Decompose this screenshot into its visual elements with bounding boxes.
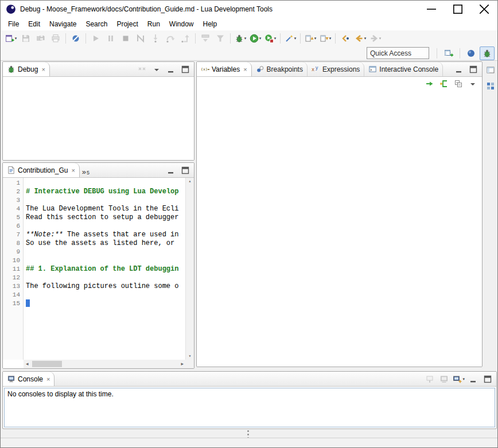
skip-all-breakpoints-button[interactable] xyxy=(68,32,83,45)
debug-perspective-button[interactable] xyxy=(480,46,495,60)
open-console-button[interactable]: ▾ xyxy=(452,373,466,385)
code-line[interactable]: **Note:** The assets that are used in xyxy=(26,231,185,239)
disconnect-button[interactable] xyxy=(133,32,148,45)
view-menu-button[interactable] xyxy=(150,63,164,76)
close-icon[interactable]: × xyxy=(243,66,247,73)
menu-project[interactable]: Project xyxy=(112,18,142,30)
show-logical-structure-button[interactable] xyxy=(437,77,451,90)
minimize-button[interactable] xyxy=(164,164,178,177)
use-step-filters-button[interactable] xyxy=(213,32,228,45)
code-line[interactable] xyxy=(26,299,185,308)
scroll-left-icon[interactable]: ◂ xyxy=(24,361,31,367)
suspend-button[interactable] xyxy=(103,32,118,45)
menu-navigate[interactable]: Navigate xyxy=(45,18,81,30)
minimize-button[interactable] xyxy=(466,373,480,385)
scrollbar-thumb[interactable] xyxy=(32,361,62,367)
resume-button[interactable] xyxy=(88,32,103,45)
tab-console[interactable]: Console× xyxy=(3,372,55,386)
code-line[interactable]: The Lua Development Tools in the Ecli xyxy=(26,205,185,213)
code-line[interactable]: The following pictures outline some o xyxy=(26,282,185,291)
minimized-view-restore-button[interactable] xyxy=(484,64,497,76)
minimized-view-grid-button[interactable] xyxy=(484,80,497,92)
code-line[interactable] xyxy=(26,256,185,265)
script-perspective-button[interactable] xyxy=(464,46,478,60)
dropdown-arrow-icon[interactable]: ▾ xyxy=(462,377,465,381)
dropdown-arrow-icon[interactable]: ▾ xyxy=(244,36,247,41)
menu-run[interactable]: Run xyxy=(143,18,165,30)
remove-all-terminated-button[interactable] xyxy=(135,63,149,76)
save-button[interactable] xyxy=(18,32,33,45)
tab-variables[interactable]: (x)=Variables× xyxy=(197,62,252,76)
code-line[interactable]: Read this section to setup a debugger xyxy=(26,213,185,222)
open-element-button[interactable]: ▾ xyxy=(283,32,298,45)
debug-button[interactable]: ▾ xyxy=(233,32,248,45)
code-line[interactable] xyxy=(26,196,185,205)
scroll-down-icon[interactable]: ▾ xyxy=(189,353,192,360)
scroll-up-icon[interactable]: ▴ xyxy=(189,178,192,185)
step-over-button[interactable] xyxy=(163,32,178,45)
terminate-button[interactable] xyxy=(118,32,133,45)
code-line[interactable] xyxy=(26,291,185,299)
tab-contribution-gu[interactable]: Contribution_Gu× xyxy=(3,163,80,177)
back-button[interactable]: ▾ xyxy=(353,32,368,45)
code-line[interactable] xyxy=(26,248,185,256)
collapse-all-button[interactable] xyxy=(452,77,465,90)
close-icon[interactable]: × xyxy=(71,167,75,174)
run-button[interactable]: ▾ xyxy=(248,32,263,45)
dropdown-arrow-icon[interactable]: ▾ xyxy=(364,36,367,41)
minimize-button[interactable] xyxy=(164,63,178,76)
code-line[interactable]: # Interactive DEBUG using Lua Develop xyxy=(26,188,185,196)
menu-help[interactable]: Help xyxy=(199,18,222,30)
minimize-window-button[interactable] xyxy=(418,1,445,18)
code-line[interactable]: ## 1. Explanation of the LDT debuggin xyxy=(26,265,185,274)
last-edit-location-button[interactable] xyxy=(338,32,353,45)
dropdown-arrow-icon[interactable]: ▾ xyxy=(274,36,277,41)
maximize-button[interactable] xyxy=(178,164,192,177)
run-coverage-button[interactable]: ▾ xyxy=(263,32,278,45)
maximize-button[interactable] xyxy=(178,63,192,76)
previous-annotation-button[interactable]: ▾ xyxy=(303,32,318,45)
dropdown-arrow-icon[interactable]: ▾ xyxy=(329,36,332,41)
drop-to-frame-button[interactable] xyxy=(198,32,213,45)
dropdown-arrow-icon[interactable]: ▾ xyxy=(294,36,297,41)
pin-console-button[interactable] xyxy=(423,373,437,385)
tab-breakpoints[interactable]: Breakpoints xyxy=(252,62,308,76)
editor-horizontal-scrollbar[interactable]: ◂ ▸ xyxy=(24,360,186,368)
maximize-window-button[interactable] xyxy=(445,1,471,18)
editor-vertical-scrollbar[interactable]: ▴ ▾ xyxy=(185,178,194,360)
step-return-button[interactable] xyxy=(178,32,193,45)
quick-access-box[interactable]: Quick Access xyxy=(367,47,429,59)
menu-edit[interactable]: Edit xyxy=(24,18,45,30)
print-button[interactable] xyxy=(48,32,63,45)
editor-gutter[interactable]: 123456789101112131415 xyxy=(3,178,24,360)
menu-window[interactable]: Window xyxy=(165,18,199,30)
dropdown-arrow-icon[interactable]: ▾ xyxy=(15,36,17,41)
editor-code[interactable]: # Interactive DEBUG using Lua DevelopThe… xyxy=(24,178,185,360)
minimize-button[interactable] xyxy=(452,63,466,76)
view-menu-button[interactable] xyxy=(466,77,480,90)
hidden-editors-chooser[interactable]: »5 xyxy=(80,167,93,177)
code-line[interactable] xyxy=(26,179,185,188)
dropdown-arrow-icon[interactable]: ▾ xyxy=(314,36,317,41)
dropdown-arrow-icon[interactable]: ▾ xyxy=(379,36,382,41)
open-perspective-button[interactable] xyxy=(441,46,456,60)
maximize-button[interactable] xyxy=(466,63,480,76)
new-wizard-button[interactable]: ▾ xyxy=(3,32,18,45)
display-selected-console-button[interactable] xyxy=(437,373,451,385)
close-window-button[interactable] xyxy=(471,1,497,18)
next-annotation-button[interactable]: ▾ xyxy=(318,32,333,45)
close-icon[interactable]: × xyxy=(46,376,50,383)
code-line[interactable] xyxy=(26,222,185,231)
code-line[interactable]: So use the assets as listed here, or xyxy=(26,239,185,248)
close-icon[interactable]: × xyxy=(41,66,45,73)
save-all-button[interactable] xyxy=(33,32,48,45)
step-into-button[interactable] xyxy=(148,32,163,45)
forward-button[interactable]: ▾ xyxy=(368,32,383,45)
tab-interactive-console[interactable]: Interactive Console xyxy=(364,62,443,76)
maximize-button[interactable] xyxy=(481,373,495,385)
scroll-right-icon[interactable]: ▸ xyxy=(178,361,186,367)
tab-expressions[interactable]: xyExpressions xyxy=(308,62,364,76)
menu-file[interactable]: File xyxy=(3,18,24,30)
show-type-names-button[interactable] xyxy=(423,77,437,90)
menu-search[interactable]: Search xyxy=(81,18,112,30)
